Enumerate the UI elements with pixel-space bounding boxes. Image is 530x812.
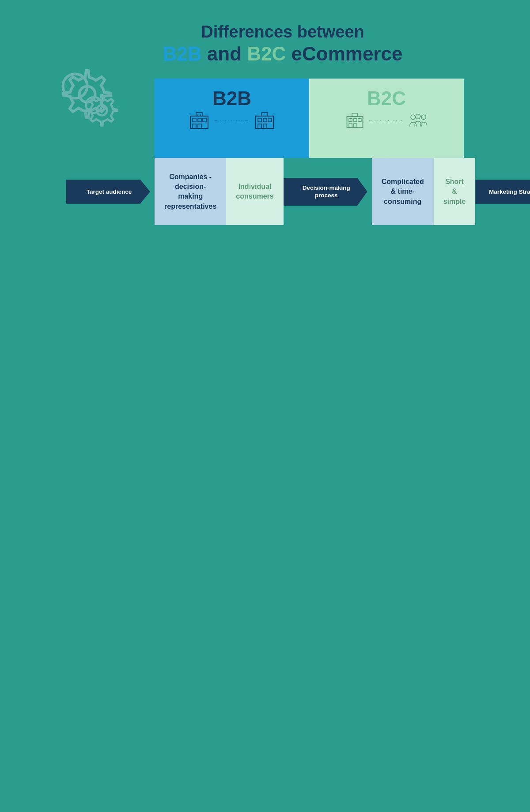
svg-rect-17 xyxy=(261,113,268,116)
title-and: and xyxy=(207,43,247,64)
label-badge-1: Decision-making process xyxy=(284,178,367,206)
svg-rect-2 xyxy=(190,116,208,128)
svg-rect-14 xyxy=(258,124,261,128)
svg-rect-21 xyxy=(349,124,352,128)
svg-rect-12 xyxy=(258,118,261,122)
svg-rect-23 xyxy=(358,119,361,122)
svg-point-26 xyxy=(416,114,421,119)
svg-rect-15 xyxy=(263,124,267,128)
b2b-arrow-shape xyxy=(163,134,300,158)
svg-rect-4 xyxy=(198,118,201,122)
b2c-header-content: B2C ←·········→ xyxy=(309,79,464,134)
b2b-cell-1: Complicated & time-consuming xyxy=(372,158,434,225)
b2b-arrow-dots: ←·········→ xyxy=(214,118,250,123)
svg-point-25 xyxy=(411,115,416,120)
svg-rect-22 xyxy=(354,124,357,128)
b2c-cell-0: Individual consumers xyxy=(226,158,283,225)
svg-rect-5 xyxy=(193,124,196,128)
gear-decoration xyxy=(31,44,128,132)
svg-rect-24 xyxy=(352,113,358,117)
data-rows-container: Target audience Companies - decision-mak… xyxy=(66,158,464,225)
b2b-header-content: B2B xyxy=(155,79,309,134)
b2c-building-icon xyxy=(345,112,365,129)
b2b-icon-row: ←·········→ xyxy=(161,112,303,129)
page-container: Differences between B2B and B2C eCommerc… xyxy=(66,18,464,225)
b2c-arrow-dots: ←·········→ xyxy=(368,118,405,123)
svg-rect-8 xyxy=(196,113,202,116)
title-b2b: B2B xyxy=(163,43,202,64)
svg-point-27 xyxy=(421,115,426,120)
columns-header: B2B xyxy=(155,79,464,158)
svg-rect-7 xyxy=(203,118,206,122)
b2c-people-icon xyxy=(408,112,428,129)
label-cell-0: Target audience xyxy=(66,158,155,225)
b2b-building2-icon xyxy=(254,112,276,129)
b2c-title: B2C xyxy=(316,87,457,109)
label-cell-2: Marketing Strategies xyxy=(475,158,530,225)
svg-rect-3 xyxy=(193,118,196,122)
b2c-arrow-shape xyxy=(318,134,455,158)
b2c-icon-row: ←·········→ xyxy=(316,112,457,129)
label-cell-1: Decision-making process xyxy=(284,158,372,225)
b2c-header-col: B2C ←·········→ xyxy=(309,79,464,158)
title-line1: Differences between xyxy=(102,22,464,42)
svg-rect-16 xyxy=(268,118,272,122)
b2b-cell-0: Companies - decision-making representati… xyxy=(155,158,226,225)
svg-rect-19 xyxy=(349,119,352,122)
title-b2c: B2C xyxy=(247,43,286,64)
svg-rect-6 xyxy=(198,124,201,128)
svg-rect-11 xyxy=(256,116,273,128)
label-badge-2: Marketing Strategies xyxy=(475,180,530,204)
data-row-2: Marketing Strategies Unique and long-ter… xyxy=(475,158,530,225)
title-line2: B2B and B2C eCommerce xyxy=(102,42,464,66)
title-ecommerce: eCommerce xyxy=(292,43,403,64)
data-row-0: Target audience Companies - decision-mak… xyxy=(66,158,284,225)
data-row-1: Decision-making process Complicated & ti… xyxy=(284,158,476,225)
svg-rect-20 xyxy=(354,119,357,122)
b2b-title: B2B xyxy=(161,87,303,109)
svg-rect-13 xyxy=(263,118,267,122)
svg-rect-18 xyxy=(347,117,363,128)
label-badge-0: Target audience xyxy=(66,180,150,204)
b2b-header-col: B2B xyxy=(155,79,309,158)
b2c-cell-1: Short & simple xyxy=(434,158,476,225)
b2b-building1-icon xyxy=(188,112,210,129)
